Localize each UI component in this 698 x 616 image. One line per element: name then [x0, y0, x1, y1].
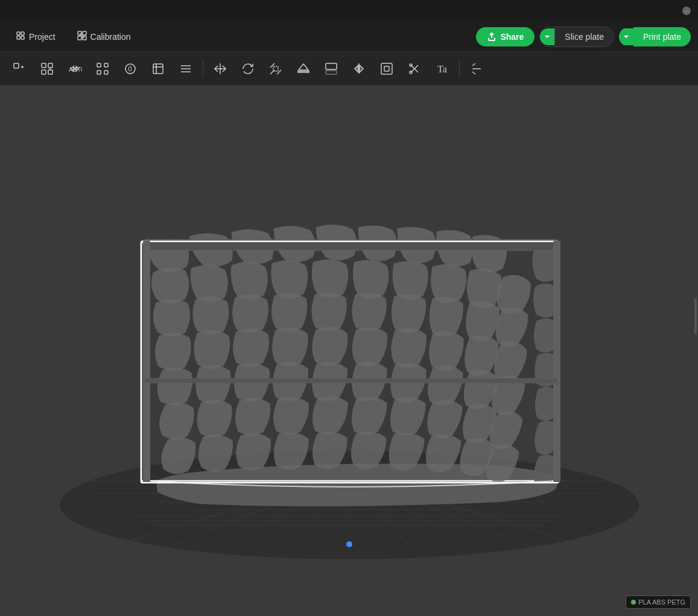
print-plate-group: Print plate — [619, 27, 691, 46]
slice-plate-group: Slice plate — [539, 27, 614, 47]
slice-dropdown-button[interactable] — [540, 28, 554, 45]
project-icon — [16, 31, 25, 42]
toolbar-divider-1 — [203, 60, 203, 78]
svg-rect-11 — [48, 63, 52, 68]
svg-rect-17 — [97, 71, 101, 74]
mirror-tool[interactable] — [346, 56, 372, 82]
auto-orient-tool[interactable]: AUTO — [62, 56, 88, 82]
cut-tool[interactable] — [401, 56, 428, 82]
project-label: Project — [29, 32, 56, 42]
svg-rect-10 — [42, 63, 46, 68]
svg-rect-0 — [17, 32, 20, 35]
svg-line-8 — [80, 33, 84, 38]
reset-tool[interactable]: 0 — [117, 56, 144, 82]
calibration-label: Calibration — [90, 32, 131, 42]
corner-right — [553, 241, 560, 482]
more-tool[interactable] — [463, 56, 490, 82]
svg-rect-16 — [104, 63, 108, 67]
svg-rect-34 — [384, 66, 389, 71]
layers-tool[interactable] — [173, 56, 199, 82]
svg-rect-28 — [326, 63, 337, 69]
3d-model: mbu Textured PEI Plate — [48, 110, 651, 562]
svg-rect-15 — [97, 63, 101, 67]
svg-rect-13 — [48, 70, 52, 74]
preset-tool[interactable] — [145, 56, 171, 82]
text-tool[interactable]: Ta — [429, 56, 455, 82]
share-label: Share — [500, 32, 524, 42]
scale-tool[interactable] — [262, 56, 289, 82]
move-tool[interactable] — [207, 56, 233, 82]
svg-rect-27 — [298, 71, 309, 72]
print-plate-label: Print plate — [643, 32, 681, 42]
svg-marker-31 — [355, 65, 358, 72]
model-container: mbu Textured PEI Plate — [30, 116, 668, 556]
title-bar-controls: – — [682, 7, 691, 15]
chevron-down-icon — [544, 33, 551, 40]
corner-left — [143, 241, 150, 482]
svg-text:0: 0 — [128, 65, 132, 72]
svg-rect-6 — [78, 36, 81, 40]
split-tool[interactable] — [318, 56, 344, 82]
share-icon — [487, 32, 497, 42]
svg-rect-12 — [42, 70, 46, 74]
toolbar: AUTO 0 Ta — [0, 52, 698, 86]
slice-plate-button[interactable]: Slice plate — [554, 27, 614, 46]
svg-rect-3 — [21, 36, 24, 39]
rotate-tool[interactable] — [235, 56, 261, 82]
svg-marker-26 — [299, 64, 308, 70]
print-plate-button[interactable]: Print plate — [633, 27, 691, 46]
share-button[interactable]: Share — [476, 27, 535, 46]
hollow-tool[interactable] — [373, 56, 400, 82]
calibration-icon — [77, 31, 87, 42]
svg-rect-21 — [153, 64, 163, 74]
arrange-tool[interactable] — [89, 56, 116, 82]
slice-plate-label: Slice plate — [565, 32, 604, 42]
center-indicator — [346, 541, 352, 547]
svg-rect-2 — [17, 36, 20, 39]
menu-bar: Project Calibration Share Sl — [0, 22, 698, 52]
toolbar-divider-2 — [459, 60, 460, 78]
svg-rect-29 — [326, 71, 337, 74]
print-dropdown-button[interactable] — [619, 28, 633, 45]
svg-marker-32 — [360, 65, 363, 72]
material-badge: PLA ABS PETG — [626, 595, 691, 609]
viewport: mbu Textured PEI Plate PLA ABS PETG — [0, 86, 698, 616]
scrollbar-right[interactable] — [694, 298, 697, 334]
voronoi-back — [150, 224, 530, 481]
material-dot — [631, 600, 636, 605]
svg-rect-1 — [21, 32, 24, 35]
svg-text:Ta: Ta — [437, 64, 447, 74]
scene: mbu Textured PEI Plate PLA ABS PETG — [0, 86, 698, 616]
minimize-button[interactable]: – — [682, 7, 691, 15]
calibration-menu-item[interactable]: Calibration — [69, 27, 139, 46]
svg-rect-9 — [14, 63, 19, 68]
add-shape-tool[interactable] — [6, 56, 33, 82]
inner-divider — [144, 378, 557, 383]
title-bar: – — [0, 0, 698, 22]
material-info: PLA ABS PETG — [638, 599, 685, 606]
chevron-down-icon-2 — [623, 33, 630, 40]
project-menu-item[interactable]: Project — [7, 27, 64, 46]
minimize-icon: – — [682, 7, 691, 15]
add-grid-tool[interactable] — [34, 56, 60, 82]
svg-rect-5 — [83, 31, 86, 35]
svg-rect-18 — [104, 71, 108, 74]
flatten-tool[interactable] — [290, 56, 317, 82]
